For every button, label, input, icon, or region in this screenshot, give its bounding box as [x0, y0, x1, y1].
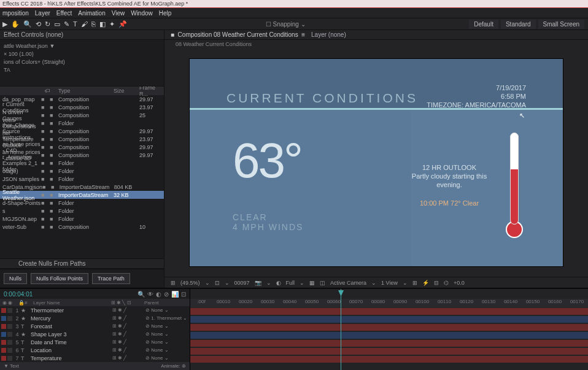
- comp-breadcrumb[interactable]: 08 Weather Current Conditions: [164, 40, 588, 48]
- trace-path-button[interactable]: Trace Path: [92, 273, 130, 284]
- hand-tool-icon[interactable]: ✋: [11, 20, 20, 28]
- roto-tool-icon[interactable]: ✦: [109, 20, 115, 28]
- quality-dropdown[interactable]: Full: [286, 280, 295, 286]
- rotate-tool-icon[interactable]: ↻: [45, 20, 50, 28]
- comp-viewer[interactable]: CURRENT CONDITIONS 7/19/2017 6:58 PM TIM…: [164, 48, 588, 277]
- time-ruler[interactable]: :00f000100002000030000400005000060000700…: [190, 299, 588, 307]
- menu-animation[interactable]: Animation: [78, 10, 105, 17]
- temperature-reading: 63°: [233, 133, 301, 189]
- text-prop[interactable]: ▼ Text: [4, 363, 19, 369]
- timeline-icon[interactable]: ⊟: [434, 280, 439, 286]
- workspace-switcher: Default Standard Small Screen: [469, 20, 584, 29]
- draft3d-icon[interactable]: ⊡: [181, 291, 186, 298]
- project-item[interactable]: otage)■■Folder: [0, 167, 164, 175]
- timeline-columns: ◉ ◉ 🔒 # Layer Name ⊞ ✱ ╲ ⊡ Parent: [0, 299, 190, 306]
- timeline-layer[interactable]: 4★Shape Layer 3⊞ ✱ ╱⊘ None ⌄: [0, 330, 190, 338]
- snapshot-icon[interactable]: 📷: [255, 280, 261, 286]
- zoom-dropdown[interactable]: (49.5%): [180, 280, 200, 286]
- nulls-button[interactable]: Nulls: [4, 273, 27, 284]
- rect-tool-icon[interactable]: ▭: [54, 20, 60, 28]
- project-item[interactable]: JSON samples■■Folder: [0, 175, 164, 183]
- zoom-tool-icon[interactable]: 🔍: [23, 20, 32, 28]
- comp-tab-bar: ■ Composition 08 Weather Current Conditi…: [164, 30, 588, 40]
- current-frame[interactable]: 00097: [234, 280, 250, 286]
- project-item[interactable]: MGJSON.aep■■Folder: [0, 215, 164, 223]
- resolution-icon[interactable]: ⊡: [215, 280, 220, 286]
- views-dropdown[interactable]: 1 View: [381, 280, 398, 286]
- item-dims: × 100 (1.00): [4, 50, 160, 58]
- workspace-standard[interactable]: Standard: [501, 20, 536, 29]
- nulls-title[interactable]: Create Nulls From Paths: [0, 259, 164, 269]
- item-name[interactable]: attle Weather.json ▼: [4, 42, 160, 50]
- mouse-cursor-icon: ↖: [519, 112, 525, 120]
- timeline-layer[interactable]: 5TDate and Time⊞ ✱ ╱⊘ None ⌄: [0, 338, 190, 346]
- timeline-layer[interactable]: 1★Thermometer⊞ ✱ ╱⊘ None ⌄: [0, 306, 190, 314]
- camera-dropdown[interactable]: Active Camera: [330, 280, 366, 286]
- timeline-layer-panel: 0:00:04:01 🔍 👁 ◐ ⊘ 📊 ⊡ ◉ ◉ 🔒 # Layer Nam…: [0, 289, 190, 370]
- menu-window[interactable]: Window: [131, 10, 153, 17]
- timeline-controls: 0:00:04:01 🔍 👁 ◐ ⊘ 📊 ⊡: [0, 289, 190, 299]
- text-tool-icon[interactable]: T: [73, 20, 77, 28]
- selection-tool-icon[interactable]: ▶: [2, 20, 7, 28]
- flowchart-icon[interactable]: ⌬: [444, 280, 449, 286]
- animate-btn[interactable]: Animate: ⊕: [161, 363, 186, 369]
- date-time-block: 7/19/2017 6:58 PM TIMEZONE: AMERICA/TACO…: [427, 83, 526, 109]
- layer-tab[interactable]: Layer (none): [311, 31, 346, 38]
- playhead[interactable]: [341, 289, 341, 370]
- timeline-layer[interactable]: 6TLocation⊞ ✱ ╱⊘ None ⌄: [0, 346, 190, 354]
- nulls-follow-button[interactable]: Nulls Follow Points: [31, 273, 88, 284]
- item-ta: TA: [4, 66, 160, 74]
- project-item[interactable]: Seattle Weather.json■■ImporterDataStream…: [0, 191, 164, 199]
- outlook-block: 12 HR OUTLOOK Partly cloudy starting thi…: [409, 163, 489, 207]
- menu-composition[interactable]: mposition: [2, 10, 29, 17]
- project-item[interactable]: r_Animation Examples 2_1 folder■■Folder: [0, 159, 164, 167]
- nulls-panel: Create Nulls From Paths Nulls Nulls Foll…: [0, 258, 164, 288]
- conditions-text: CLEAR 4 MPH WINDS: [233, 212, 303, 232]
- workspace-small[interactable]: Small Screen: [538, 20, 584, 29]
- comp-tab[interactable]: Composition 08 Weather Current Condition…: [178, 31, 298, 38]
- channel-icon[interactable]: ◐: [276, 280, 281, 286]
- viewer-controls: ⊞ (49.5%) ⌄ ⊡ ⌄ 00097 📷 ⌄ ◐ Full ⌄ ▦ ◫ A…: [164, 277, 588, 288]
- project-item[interactable]: s■■Folder: [0, 207, 164, 215]
- heading-text: CURRENT CONDITIONS: [226, 91, 418, 106]
- pen-tool-icon[interactable]: ✎: [64, 20, 69, 28]
- shy-icon[interactable]: 👁: [147, 291, 153, 298]
- window-title: Effects CC 2018 - h\KLS After Effects\KL…: [0, 0, 588, 8]
- timeline-layer[interactable]: 7TTemperature⊞ ✱ ╱⊘ None ⌄: [0, 354, 190, 362]
- fast-preview-icon[interactable]: ⚡: [422, 280, 429, 286]
- effect-controls-tab[interactable]: Effect Controls (none): [0, 30, 164, 40]
- menu-view[interactable]: View: [112, 10, 125, 17]
- workspace-default[interactable]: Default: [469, 20, 498, 29]
- grid-icon[interactable]: ▦: [309, 280, 315, 286]
- tool-bar: ▶ ✋ 🔍 ⟲ ↻ ▭ ✎ T 🖌 ⎘ ◧ ✦ 📌 ☐ Snapping ⌄ D…: [0, 18, 588, 30]
- menu-effect[interactable]: Effect: [56, 10, 72, 17]
- graph-icon[interactable]: 📊: [171, 291, 179, 298]
- menu-help[interactable]: Help: [159, 10, 172, 17]
- menu-bar: mposition Layer Effect Animation View Wi…: [0, 8, 588, 18]
- search-icon[interactable]: 🔍: [137, 291, 145, 298]
- brush-tool-icon[interactable]: 🖌: [81, 20, 88, 28]
- project-header: 🏷 Type Size Frame R...: [0, 87, 164, 95]
- thermometer-graphic: [506, 133, 523, 243]
- item-colors: ions of Colors+ (Straight): [4, 58, 160, 66]
- orbit-tool-icon[interactable]: ⟲: [36, 20, 41, 28]
- menu-layer[interactable]: Layer: [35, 10, 50, 17]
- pixel-aspect-icon[interactable]: ⊞: [412, 280, 417, 286]
- display-mode-icon[interactable]: ⊞: [171, 280, 176, 286]
- motion-blur-icon[interactable]: ⊘: [164, 291, 169, 298]
- clone-tool-icon[interactable]: ⎘: [91, 20, 96, 28]
- exposure-value[interactable]: +0.0: [454, 280, 465, 286]
- timeline-panel: ■ l Weather Current Conditions ≡ 05 shap…: [0, 288, 588, 370]
- timeline-tracks[interactable]: :00f000100002000030000400005000060000700…: [190, 289, 588, 370]
- puppet-tool-icon[interactable]: 📌: [118, 20, 127, 28]
- snapping-checkbox[interactable]: ☐ Snapping ⌄: [266, 21, 306, 28]
- current-time[interactable]: 0:00:04:01: [4, 291, 33, 298]
- project-item[interactable]: d-Shape-Points■■Folder: [0, 199, 164, 207]
- timeline-layer[interactable]: 3TForecast⊞ ✱ ╱⊘ None ⌄: [0, 322, 190, 330]
- mask-icon[interactable]: ◫: [320, 280, 325, 286]
- timeline-layer[interactable]: 2★Mercury⊞ ✱ ╱⊘ 1. Thermomet ⌄: [0, 314, 190, 322]
- frame-blend-icon[interactable]: ◐: [156, 291, 161, 298]
- project-item[interactable]: veter-Sub■■Composition10: [0, 223, 164, 231]
- eraser-tool-icon[interactable]: ◧: [99, 20, 106, 28]
- effect-controls-panel: attle Weather.json ▼ × 100 (1.00) ions o…: [0, 40, 164, 87]
